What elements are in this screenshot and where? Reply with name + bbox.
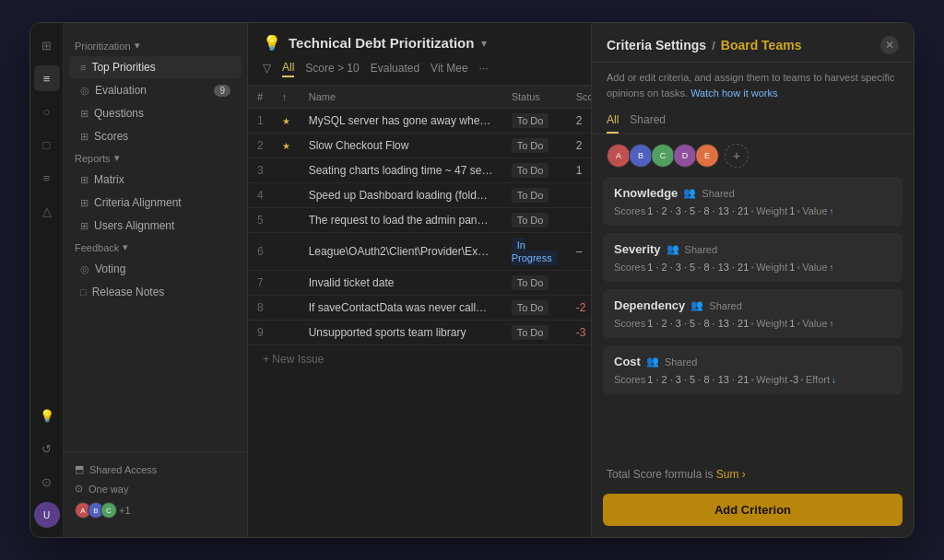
sidebar-item-release-notes[interactable]: □ Release Notes [69,281,242,303]
clock-icon[interactable]: ⊙ [34,469,60,495]
sidebar-item-scores[interactable]: ⊞ Scores [69,125,242,147]
sidebar-item-evaluation[interactable]: ◎ Evaluation 9 [69,79,242,101]
sidebar-item-questions[interactable]: ⊞ Questions [69,102,242,124]
row-score [567,271,591,296]
menu-icon[interactable]: ≡ [34,65,60,91]
square-icon[interactable]: □ [34,132,60,158]
user-avatar[interactable]: U [34,502,60,528]
new-issue-button[interactable]: + New Issue [248,345,591,373]
criterion-header: Cost 👥 Shared [614,355,891,368]
extra-label: Value [802,205,827,216]
criteria-avatars: A B C D E + [592,134,914,177]
filter-tab-evaluated[interactable]: Evaluated [371,60,419,76]
filter-tab-vitmee[interactable]: Vit Mee [431,60,467,76]
add-criterion-button[interactable]: Add Criterion [603,494,903,526]
share-icon: ⬒ [75,463,84,475]
shared-label: Shared [665,356,697,368]
watch-link[interactable]: Watch how it works [690,88,777,99]
criteria-avatar-3[interactable]: C [651,144,675,168]
sidebar-item-matrix[interactable]: ⊞ Matrix [69,169,242,191]
filter-icon[interactable]: ▽ [263,62,271,75]
shared-label: Shared [685,244,717,255]
row-num: 9 [248,321,273,345]
filter-more-icon[interactable]: ··· [479,62,489,75]
shared-access-item[interactable]: ⬒ Shared Access [75,460,236,479]
table-row[interactable]: 1 ★ MySQL server has gone away when deal… [248,109,591,134]
one-way-item[interactable]: ⊙ One way [75,479,236,498]
row-star[interactable] [273,183,300,208]
lines-icon[interactable]: ≡ [34,165,60,191]
indicator-icon: ⊙ [75,483,83,495]
row-star[interactable] [273,208,300,233]
bulb-icon[interactable]: 💡 [34,402,60,428]
weight-value: 1 [789,318,795,329]
row-star[interactable] [273,158,300,183]
avatar-count: +1 [119,505,131,516]
criteria-avatar-1[interactable]: A [607,144,631,168]
row-num: 2 [248,134,273,158]
release-icon: □ [80,286,87,298]
sidebar: Prioritization ▾ ≡ Top Priorities ◎ Eval… [64,23,248,537]
feedback-label: Feedback [75,242,119,253]
table-row[interactable]: 9 Unsupported sports team library To Do … [248,321,591,345]
feedback-section[interactable]: Feedback ▾ [64,238,247,257]
table-row[interactable]: 5 The request to load the admin panel wi… [248,208,591,233]
row-star[interactable]: ★ [273,109,300,134]
shared-label: Shared [709,300,741,311]
total-score-formula[interactable]: Sum [716,468,739,481]
row-name: League\OAuth2\Client\Provider\Exception\… [300,233,502,271]
criteria-avatar-4[interactable]: D [673,144,697,168]
filter-bar: ▽ All Score > 10 Evaluated Vit Mee ··· [248,52,591,86]
table-row[interactable]: 2 ★ Slow Checkout Flow To Do 2 [248,134,591,158]
criterion-card[interactable]: Cost 👥 Shared Scores 1 · 2 · 3 · 5 · 8 ·… [603,345,903,394]
criterion-card[interactable]: Dependency 👥 Shared Scores 1 · 2 · 3 · 5… [603,289,903,338]
table-row[interactable]: 8 If saveContactData was never called on… [248,296,591,321]
tab-all[interactable]: All [607,108,619,134]
title-dropdown-icon[interactable]: ▾ [481,37,487,50]
tab-shared[interactable]: Shared [630,108,666,134]
triangle-icon[interactable]: △ [34,198,60,224]
list-icon: ≡ [80,62,86,73]
sidebar-item-label: Criteria Alignment [94,196,182,209]
refresh-icon[interactable]: ↺ [34,436,60,461]
criterion-card[interactable]: Knowledge 👥 Shared Scores 1 · 2 · 3 · 5 … [603,177,903,226]
scores-label: Scores [614,262,645,273]
table-row[interactable]: 3 Seating charts loading time ~ 47 secon… [248,158,591,183]
row-star[interactable] [273,271,300,296]
scores-label: Scores [614,318,645,329]
row-star[interactable]: ★ [273,134,300,158]
row-score: -3 [567,321,591,345]
close-button[interactable]: ✕ [880,36,899,54]
criteria-avatar-2[interactable]: B [629,144,653,168]
filter-tab-all[interactable]: All [282,59,294,77]
table-row[interactable]: 6 League\OAuth2\Client\Provider\Exceptio… [248,233,591,271]
avatar-group-bottom: A B C +1 [75,498,236,522]
table-row[interactable]: 7 Invalid ticket date To Do [248,271,591,296]
row-star[interactable] [273,233,300,271]
grid-icon[interactable]: ⊞ [34,32,60,58]
sidebar-item-label: Questions [94,107,144,120]
sidebar-item-users-alignment[interactable]: ⊞ Users Alignment [69,215,242,237]
row-score [567,208,591,233]
reports-section[interactable]: Reports ▾ [64,148,247,168]
sidebar-item-top-priorities[interactable]: ≡ Top Priorities [69,56,242,78]
row-star[interactable] [273,321,300,345]
filter-tab-score[interactable]: Score > 10 [305,60,359,76]
table-row[interactable]: 4 Speed up Dashboard loading (folders) T… [248,183,591,208]
criterion-scores: Scores 1 · 2 · 3 · 5 · 8 · 13 · 21 • Wei… [614,205,891,216]
criteria-avatar-5[interactable]: E [695,144,719,168]
sidebar-item-voting[interactable]: ◎ Voting [69,258,242,280]
sidebar-item-criteria-alignment[interactable]: ⊞ Criteria Alignment [69,192,242,214]
weight-label: Weight [756,374,787,385]
col-sort[interactable]: ↑ [273,86,300,109]
weight-value: -3 [789,374,798,385]
row-star[interactable] [273,296,300,321]
row-num: 8 [248,296,273,321]
prioritization-section[interactable]: Prioritization ▾ [64,36,247,55]
row-name: The request to load the admin panel with… [300,208,502,233]
circle-icon[interactable]: ○ [34,99,60,124]
criterion-card[interactable]: Severity 👥 Shared Scores 1 · 2 · 3 · 5 ·… [603,233,903,282]
criteria-tabs: All Shared [592,108,914,134]
add-avatar-button[interactable]: + [725,144,749,168]
chevron-down-icon-2: ▾ [114,152,120,164]
